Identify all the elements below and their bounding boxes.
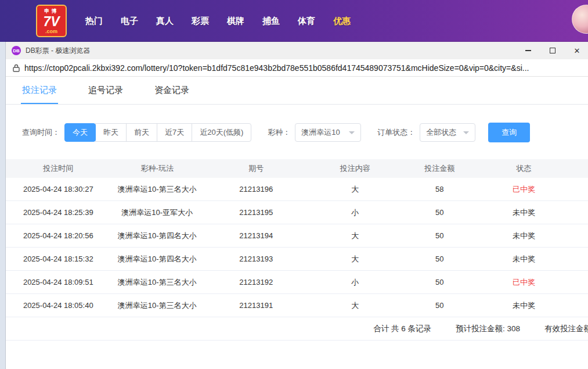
time-filter-近20天(低频)[interactable]: 近20天(低频): [192, 123, 251, 142]
cell: 澳洲幸运10-第三名大小: [111, 300, 204, 311]
column-header: 彩种-玩法: [111, 163, 204, 174]
column-header: 投注金额: [402, 163, 477, 174]
close-button[interactable]: ✕: [573, 46, 581, 55]
cell: 2025-04-24 18:25:39: [6, 208, 111, 217]
menu-item-体育[interactable]: 体育: [298, 16, 315, 27]
logo-main-text: 7V: [43, 15, 59, 28]
menu-item-彩票[interactable]: 彩票: [192, 16, 209, 27]
url-text: https://ctop02pcali.2kbxi392.com/lottery…: [24, 63, 529, 73]
time-filter-近7天[interactable]: 近7天: [157, 123, 192, 142]
filter-bar: 查询时间： 今天昨天前天近7天近20天(低频) 彩种： 澳洲幸运10 订单状态：…: [6, 122, 588, 143]
table-summary-row: 合计 共 6 条记录 预计投注金额: 308 有效投注金额: [6, 317, 588, 341]
table-row: 2025-04-24 18:30:27澳洲幸运10-第三名大小21213196大…: [6, 178, 588, 201]
maximize-button[interactable]: [549, 46, 557, 55]
lottery-select[interactable]: 澳洲幸运10: [295, 123, 361, 142]
menu-item-电子[interactable]: 电子: [121, 16, 138, 27]
cell: 已中奖: [477, 184, 570, 195]
cell: 未中奖: [477, 300, 570, 311]
cell: 大: [309, 184, 402, 195]
cell: 50: [402, 208, 477, 217]
order-status-label: 订单状态：: [377, 127, 415, 138]
cell: 澳洲幸运10-亚军大小: [111, 207, 204, 218]
chevron-down-icon: [349, 131, 355, 134]
cell: 21213192: [204, 278, 309, 286]
menu-item-捕鱼[interactable]: 捕鱼: [262, 16, 280, 27]
table-row: 2025-04-24 18:05:40澳洲幸运10-第三名大小21213191大…: [6, 294, 588, 317]
cell: 21213193: [204, 255, 309, 263]
cell: 2025-04-24 18:15:32: [6, 255, 111, 263]
cell: 2025-04-24 18:09:51: [6, 278, 111, 286]
browser-favicon-icon: DB: [12, 46, 21, 55]
cell: 21213191: [204, 301, 309, 310]
cell: 未中奖: [477, 207, 570, 218]
window-titlebar[interactable]: DB DB彩票 - 极速浏览器 ✕: [6, 42, 588, 59]
cell: 50: [402, 301, 477, 310]
menu-item-优惠[interactable]: 优惠: [333, 16, 351, 27]
cell: 2025-04-24 18:30:27: [6, 185, 111, 194]
table-row: 2025-04-24 18:09:51澳洲幸运10-第三名大小21213192小…: [6, 271, 588, 294]
cell: 澳洲幸运10-第三名大小: [111, 277, 204, 288]
cell: 小: [309, 277, 402, 288]
cell: 58: [402, 185, 477, 194]
cell: 大: [309, 300, 402, 311]
search-button[interactable]: 查询: [488, 123, 530, 142]
lottery-label: 彩种：: [268, 127, 290, 138]
user-avatar[interactable]: [572, 5, 588, 34]
time-filter-前天[interactable]: 前天: [126, 123, 157, 142]
url-bar[interactable]: https://ctop02pcali.2kbxi392.com/lottery…: [6, 59, 588, 77]
tab-追号记录[interactable]: 追号记录: [88, 77, 123, 104]
cell: 未中奖: [477, 254, 570, 264]
table-row: 2025-04-24 18:25:39澳洲幸运10-亚军大小21213195小5…: [6, 201, 588, 224]
window-title: DB彩票 - 极速浏览器: [26, 46, 90, 56]
cell: 大: [309, 254, 402, 264]
cell: 已中奖: [477, 277, 570, 288]
maximize-icon: [550, 48, 555, 53]
order-status-value: 全部状态: [426, 127, 456, 138]
lottery-select-value: 澳洲幸运10: [301, 127, 340, 138]
page-content: 投注记录追号记录资金记录 查询时间： 今天昨天前天近7天近20天(低频) 彩种：…: [6, 77, 588, 369]
cell: 50: [402, 255, 477, 263]
lock-icon: [13, 64, 20, 72]
cell: 未中奖: [477, 231, 570, 241]
chevron-down-icon: [463, 131, 469, 134]
menu-item-真人[interactable]: 真人: [156, 16, 174, 27]
table-row: 2025-04-24 18:20:56澳洲幸运10-第四名大小21213194大…: [6, 224, 588, 248]
column-header: 状态: [477, 163, 570, 174]
table-header-row: 投注时间彩种-玩法期号投注内容投注金额状态: [6, 159, 588, 178]
site-topbar: 申博 7V .com 热门电子真人彩票棋牌捕鱼体育优惠: [0, 0, 588, 42]
time-filter-今天[interactable]: 今天: [64, 123, 96, 142]
bet-record-table: 投注时间彩种-玩法期号投注内容投注金额状态 2025-04-24 18:30:2…: [6, 159, 588, 341]
time-filter-label: 查询时间：: [22, 127, 60, 138]
order-status-select[interactable]: 全部状态: [420, 123, 475, 142]
table-body: 2025-04-24 18:30:27澳洲幸运10-第三名大小21213196大…: [6, 178, 588, 317]
column-header: 投注时间: [6, 163, 111, 174]
column-header: 投注内容: [309, 163, 402, 174]
summary-total: 合计 共 6 条记录: [373, 324, 431, 334]
cell: 澳洲幸运10-第四名大小: [111, 254, 204, 264]
browser-window: DB DB彩票 - 极速浏览器 ✕ https://ctop02pcali.2k…: [6, 42, 588, 369]
table-row: 2025-04-24 18:15:32澳洲幸运10-第四名大小21213193大…: [6, 248, 588, 271]
menu-item-棋牌[interactable]: 棋牌: [227, 16, 244, 27]
tab-投注记录[interactable]: 投注记录: [22, 77, 57, 104]
record-tabs: 投注记录追号记录资金记录: [6, 77, 588, 105]
time-filter-昨天[interactable]: 昨天: [95, 123, 127, 142]
cell: 2025-04-24 18:05:40: [6, 301, 111, 310]
menu-item-热门[interactable]: 热门: [85, 16, 103, 27]
logo-top-text: 申博: [45, 8, 59, 15]
logo-bottom-text: .com: [45, 28, 57, 34]
tab-资金记录[interactable]: 资金记录: [154, 77, 189, 104]
cell: 21213195: [204, 208, 309, 217]
cell: 小: [309, 207, 402, 218]
window-controls: ✕: [524, 42, 581, 59]
cell: 大: [309, 231, 402, 241]
summary-expected-amount: 预计投注金额: 308: [456, 324, 520, 334]
minimize-button[interactable]: [524, 46, 532, 55]
minimize-icon: [525, 50, 531, 51]
top-menu: 热门电子真人彩票棋牌捕鱼体育优惠: [85, 16, 351, 27]
summary-valid-amount: 有效投注金额: [544, 324, 588, 334]
cell: 澳洲幸运10-第三名大小: [111, 184, 204, 195]
site-logo[interactable]: 申博 7V .com: [36, 5, 67, 37]
cell: 澳洲幸运10-第四名大小: [111, 231, 204, 241]
column-header: 期号: [204, 163, 309, 174]
cell: 50: [402, 278, 477, 286]
